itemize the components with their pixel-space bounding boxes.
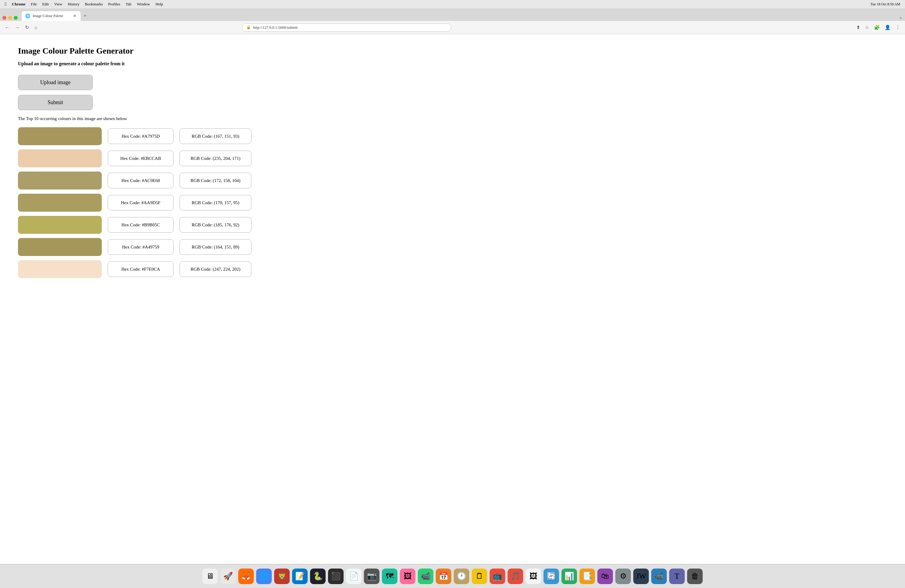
dock-notes-app[interactable]: 📄 bbox=[346, 569, 362, 584]
tab-strip-menu[interactable]: ⌄ bbox=[899, 14, 903, 19]
window-minimize-btn[interactable] bbox=[8, 16, 12, 20]
rgb-code-box: RGB Code: (167, 151, 93) bbox=[179, 129, 251, 144]
dock-screenshot[interactable]: 📷 bbox=[364, 569, 379, 584]
page-subtitle: Upload an image to generate a colour pal… bbox=[18, 61, 311, 67]
menu-chrome[interactable]: Chrome bbox=[12, 2, 25, 6]
dock-teams[interactable]: T bbox=[669, 569, 685, 584]
page-content: Image Colour Palette Generator Upload an… bbox=[0, 34, 329, 290]
menu-file[interactable]: File bbox=[31, 2, 37, 6]
hex-code-box: Hex Code: #A49759 bbox=[108, 239, 173, 255]
dock-clock[interactable]: 🕐 bbox=[454, 569, 469, 584]
colour-row: Hex Code: #A7975DRGB Code: (167, 151, 93… bbox=[18, 127, 311, 145]
menu-edit[interactable]: Edit bbox=[42, 2, 49, 6]
dock-photos[interactable]: 🖼 bbox=[400, 569, 415, 584]
rgb-code-box: RGB Code: (247, 224, 202) bbox=[179, 261, 251, 277]
colour-row: Hex Code: #EBCCABRGB Code: (235, 204, 17… bbox=[18, 149, 311, 167]
browser-frame:  Chrome File Edit View History Bookmark… bbox=[0, 0, 905, 34]
rgb-code-box: RGB Code: (185, 176, 92) bbox=[179, 217, 251, 233]
hex-code-box: Hex Code: #B9B05C bbox=[108, 217, 173, 233]
dock-pycharm[interactable]: 🐍 bbox=[310, 569, 325, 584]
colour-row: Hex Code: #B9B05CRGB Code: (185, 176, 92… bbox=[18, 216, 311, 234]
dock-music[interactable]: 🎵 bbox=[508, 569, 523, 584]
hex-code-box: Hex Code: #A7975D bbox=[108, 129, 173, 144]
results-label: The Top 10 occurring colours in this ima… bbox=[18, 116, 311, 121]
apple-icon[interactable]:  bbox=[5, 2, 6, 7]
page-title: Image Colour Palette Generator bbox=[18, 46, 311, 56]
dock-launchpad[interactable]: 🚀 bbox=[220, 569, 236, 584]
tab-close-btn[interactable]: ✕ bbox=[72, 13, 77, 19]
tab-favicon: 🌐 bbox=[25, 13, 30, 19]
dock-preferences[interactable]: ⚙ bbox=[615, 569, 631, 584]
dock-preview[interactable]: 🖼 bbox=[526, 569, 541, 584]
dock-numbers[interactable]: 📊 bbox=[561, 569, 577, 584]
tab-title-text: Image Colour Palette bbox=[33, 14, 70, 18]
dock-apple-tv[interactable]: 📺 bbox=[490, 569, 505, 584]
colour-swatch bbox=[18, 238, 102, 256]
menu-window[interactable]: Window bbox=[137, 2, 150, 6]
dock-brave[interactable]: 🦁 bbox=[274, 569, 290, 584]
dock-vscode[interactable]: 📝 bbox=[292, 569, 308, 584]
reload-button[interactable]: ↻ bbox=[24, 23, 30, 32]
home-button[interactable]: ⌂ bbox=[33, 24, 39, 32]
new-tab-btn[interactable]: + bbox=[84, 13, 86, 19]
dock-migrationassist[interactable]: 🔄 bbox=[543, 569, 559, 584]
dock-calendar[interactable]: 📅 bbox=[436, 569, 451, 584]
dock-facetime[interactable]: 📹 bbox=[418, 569, 433, 584]
window-close-btn[interactable] bbox=[2, 16, 6, 20]
colour-swatch bbox=[18, 149, 102, 167]
toolbar-right: ⬆ ☆ 🧩 👤 ⋮ bbox=[855, 23, 902, 32]
dock-appstore[interactable]: 🛍 bbox=[597, 569, 613, 584]
menu-history[interactable]: History bbox=[68, 2, 79, 6]
back-button[interactable]: ← bbox=[3, 24, 11, 32]
colour-row: Hex Code: #AA9D5FRGB Code: (170, 157, 95… bbox=[18, 194, 311, 212]
colour-swatch bbox=[18, 194, 102, 212]
colour-grid: Hex Code: #A7975DRGB Code: (167, 151, 93… bbox=[18, 127, 311, 278]
forward-button[interactable]: → bbox=[14, 24, 21, 32]
rgb-code-box: RGB Code: (235, 204, 171) bbox=[179, 151, 251, 166]
submit-button[interactable]: Submit bbox=[18, 95, 93, 110]
dock-bar: 🖥 🚀 🦊 🌐 🦁 📝 🐍 ⬛ 📄 📷 🗺 🖼 📹 📅 🕐 🗒 📺 🎵 🖼 🔄 … bbox=[0, 564, 905, 588]
url-text: http://127.0.0.1:5000/submit bbox=[253, 25, 297, 30]
colour-swatch bbox=[18, 127, 102, 145]
colour-row: Hex Code: #F7E0CARGB Code: (247, 224, 20… bbox=[18, 260, 311, 278]
hex-code-box: Hex Code: #AA9D5F bbox=[108, 195, 173, 210]
colour-row: Hex Code: #A49759RGB Code: (164, 151, 89… bbox=[18, 238, 311, 256]
more-button[interactable]: ⋮ bbox=[894, 23, 902, 32]
rgb-code-box: RGB Code: (170, 157, 95) bbox=[179, 195, 251, 210]
colour-row: Hex Code: #AC9E68RGB Code: (172, 158, 10… bbox=[18, 172, 311, 189]
dock-firefox[interactable]: 🦊 bbox=[238, 569, 254, 584]
menu-view[interactable]: View bbox=[54, 2, 62, 6]
window-maximize-btn[interactable] bbox=[14, 16, 17, 20]
hex-code-box: Hex Code: #EBCCAB bbox=[108, 151, 173, 166]
dock-chrome[interactable]: 🌐 bbox=[256, 569, 272, 584]
dock-terminal[interactable]: ⬛ bbox=[328, 569, 344, 584]
dock-zoom[interactable]: 📹 bbox=[651, 569, 667, 584]
profile-button[interactable]: 👤 bbox=[883, 23, 892, 32]
dock-finder[interactable]: 🖥 bbox=[202, 569, 218, 584]
datetime-display: Tue 18 Oct 8:50 AM bbox=[870, 2, 900, 6]
colour-swatch bbox=[18, 216, 102, 234]
menu-bar:  Chrome File Edit View History Bookmark… bbox=[0, 0, 905, 8]
active-tab[interactable]: 🌐 Image Colour Palette ✕ bbox=[21, 11, 81, 21]
dock-stickies[interactable]: 🗒 bbox=[472, 569, 487, 584]
hex-code-box: Hex Code: #AC9E68 bbox=[108, 173, 173, 188]
address-bar: ← → ↻ ⌂ 🔒 http://127.0.0.1:5000/submit ⬆… bbox=[0, 21, 905, 34]
extensions-button[interactable]: 🧩 bbox=[873, 23, 881, 32]
colour-swatch bbox=[18, 172, 102, 189]
url-bar[interactable]: 🔒 http://127.0.0.1:5000/submit bbox=[242, 23, 451, 32]
menu-bookmarks[interactable]: Bookmarks bbox=[85, 2, 103, 6]
upload-image-button[interactable]: Upload image bbox=[18, 75, 93, 90]
bookmark-button[interactable]: ☆ bbox=[864, 23, 870, 32]
hex-code-box: Hex Code: #F7E0CA bbox=[108, 261, 173, 277]
menu-tab[interactable]: Tab bbox=[126, 2, 132, 6]
lock-icon: 🔒 bbox=[246, 25, 251, 30]
menu-help[interactable]: Help bbox=[155, 2, 163, 6]
menu-profiles[interactable]: Profiles bbox=[108, 2, 120, 6]
tab-bar: 🌐 Image Colour Palette ✕ + ⌄ bbox=[0, 8, 905, 21]
dock-trash[interactable]: 🗑 bbox=[687, 569, 703, 584]
colour-swatch bbox=[18, 260, 102, 278]
dock-jw[interactable]: JW bbox=[633, 569, 649, 584]
dock-pages[interactable]: 📑 bbox=[580, 569, 595, 584]
share-button[interactable]: ⬆ bbox=[855, 23, 861, 32]
dock-maps[interactable]: 🗺 bbox=[382, 569, 397, 584]
